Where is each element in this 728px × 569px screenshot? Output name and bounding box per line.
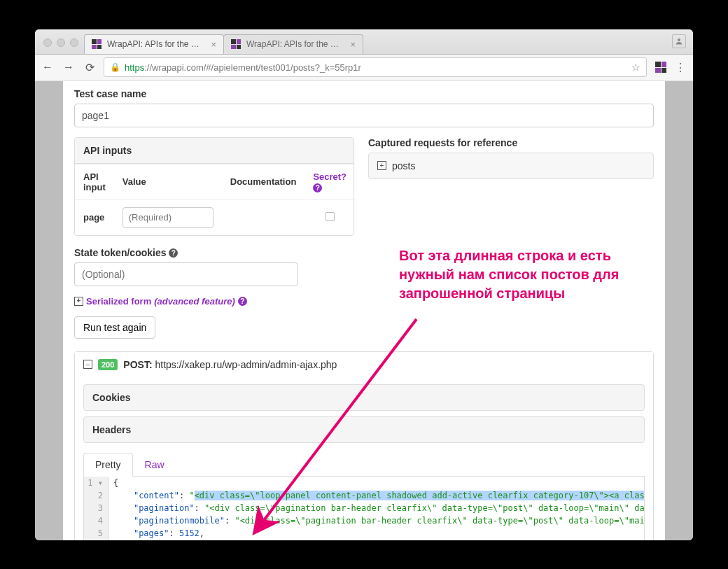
tab-title: WrapAPI: APIs for the whole w	[246, 39, 344, 49]
col-api-input: API input	[75, 164, 114, 199]
serialized-form-toggle[interactable]: + Serialized form (advanced feature) ?	[74, 296, 354, 307]
reload-icon[interactable]: ⟳	[84, 61, 95, 74]
close-icon[interactable]: ×	[350, 39, 356, 50]
forward-icon[interactable]: →	[63, 61, 74, 74]
url-path: /#/apielement/test001/posts?_k=55rp1r	[204, 62, 361, 73]
request-result-panel: – 200 POST: https://xakep.ru/wp-admin/ad…	[74, 351, 654, 540]
bookmark-icon[interactable]: ☆	[631, 62, 640, 73]
col-value: Value	[114, 164, 222, 199]
code-line[interactable]: 1 ▾{	[84, 477, 644, 489]
col-secret: Secret?	[313, 171, 346, 182]
input-value-field[interactable]	[122, 207, 214, 228]
code-line[interactable]: 3 "pagination": "<div class=\"pagination…	[84, 502, 644, 514]
code-tabs: Pretty Raw	[83, 453, 645, 477]
test-case-name-label: Test case name	[74, 88, 654, 99]
request-method: POST:	[123, 359, 152, 370]
expand-icon: +	[74, 297, 83, 306]
close-dot[interactable]	[43, 38, 52, 47]
code-line[interactable]: 4 "paginationmobile": "<div class=\"pagi…	[84, 514, 644, 527]
tab-raw[interactable]: Raw	[133, 453, 176, 476]
viewport: Test case name API inputs API input Valu…	[35, 81, 693, 540]
request-header[interactable]: – 200 POST: https://xakep.ru/wp-admin/ad…	[75, 352, 653, 377]
cookies-section[interactable]: Cookies	[83, 384, 645, 411]
url-protocol: https	[125, 62, 144, 73]
headers-section[interactable]: Headers	[83, 416, 645, 443]
browser-window: WrapAPI: APIs for the whole w × WrapAPI:…	[35, 29, 693, 540]
code-line[interactable]: 2 "content": "<div class=\"loop-panel co…	[84, 489, 644, 502]
table-row: page	[75, 199, 355, 235]
input-name: page	[75, 199, 114, 235]
svg-point-0	[678, 38, 680, 41]
user-icon[interactable]	[672, 34, 686, 48]
code-block[interactable]: 1 ▾{2 "content": "<div class=\"loop-pane…	[83, 477, 645, 540]
favicon-icon	[231, 39, 241, 49]
col-doc: Documentation	[222, 164, 305, 199]
tab-bar: WrapAPI: APIs for the whole w × WrapAPI:…	[35, 29, 693, 55]
extension-icon[interactable]	[655, 62, 666, 73]
browser-tab-1[interactable]: WrapAPI: APIs for the whole w ×	[223, 34, 363, 54]
state-token-input[interactable]	[74, 262, 298, 286]
api-inputs-table: API input Value Documentation Secret? ? …	[75, 164, 355, 235]
captured-heading: Captured requests for reference	[368, 137, 654, 148]
help-icon[interactable]: ?	[313, 183, 322, 192]
back-icon[interactable]: ←	[42, 61, 53, 74]
close-icon[interactable]: ×	[211, 39, 216, 50]
secret-checkbox[interactable]	[326, 212, 335, 221]
tab-pretty[interactable]: Pretty	[83, 453, 133, 477]
code-line[interactable]: 5 "pages": 5152,	[84, 527, 644, 540]
window-controls[interactable]	[41, 38, 84, 54]
state-token-label: State token/cookies ?	[74, 247, 354, 258]
expand-icon: +	[377, 161, 386, 170]
address-bar[interactable]: 🔒 https://wrapapi.com/#/apielement/test0…	[104, 57, 647, 77]
request-url: https://xakep.ru/wp-admin/admin-ajax.php	[155, 359, 337, 370]
lock-icon: 🔒	[110, 62, 120, 72]
browser-tab-0[interactable]: WrapAPI: APIs for the whole w ×	[84, 34, 224, 54]
status-badge: 200	[98, 359, 118, 370]
api-inputs-panel: API inputs API input Value Documentation…	[74, 137, 354, 236]
menu-icon[interactable]: ⋮	[675, 61, 686, 74]
toolbar: ← → ⟳ 🔒 https://wrapapi.com/#/apielement…	[35, 55, 693, 81]
captured-request-item[interactable]: + posts	[368, 153, 654, 179]
collapse-icon: –	[83, 360, 92, 369]
run-test-again-button[interactable]: Run test again	[74, 316, 155, 339]
page-content: Test case name API inputs API input Valu…	[63, 81, 665, 540]
test-case-name-input[interactable]	[74, 104, 654, 127]
code-line[interactable]: 6 "updatepagination": 1,	[84, 540, 644, 540]
max-dot[interactable]	[70, 38, 78, 47]
api-inputs-heading: API inputs	[75, 138, 354, 164]
url-host: ://wrapapi.com	[144, 62, 204, 73]
tab-title: WrapAPI: APIs for the whole w	[107, 39, 205, 49]
captured-request-label: posts	[392, 160, 415, 171]
help-icon[interactable]: ?	[238, 297, 247, 306]
favicon-icon	[92, 39, 102, 49]
help-icon[interactable]: ?	[169, 248, 178, 258]
min-dot[interactable]	[57, 38, 65, 47]
